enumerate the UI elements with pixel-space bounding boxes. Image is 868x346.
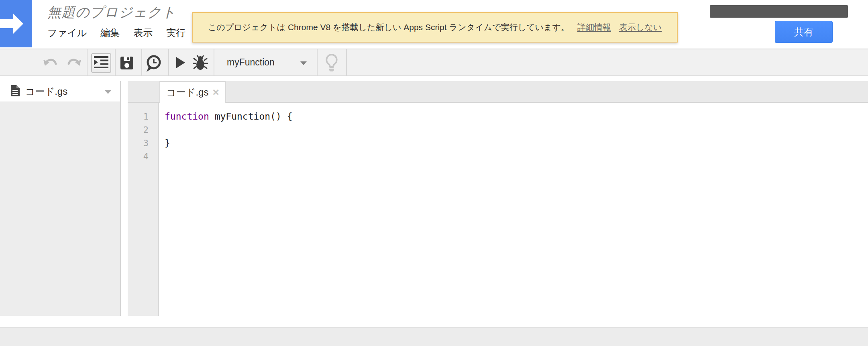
learn-more-link[interactable]: 詳細情報 xyxy=(577,22,611,33)
toolbar-separator xyxy=(214,49,214,75)
line-number-gutter: 1 2 3 4 xyxy=(128,103,159,316)
menu-edit[interactable]: 編集 xyxy=(100,26,120,39)
tab-bar: コード.gs × xyxy=(128,81,868,103)
history-clock-icon[interactable] xyxy=(145,55,162,74)
undo-icon[interactable] xyxy=(43,57,58,69)
menu-file[interactable]: ファイル xyxy=(47,26,87,39)
code-line-2 xyxy=(165,123,868,136)
debug-icon[interactable] xyxy=(193,55,208,72)
line-number: 2 xyxy=(128,123,149,136)
file-menu-caret-icon[interactable] xyxy=(105,90,111,94)
file-name: コード.gs xyxy=(25,85,67,98)
apps-script-editor: 無題のプロジェクト ファイル 編集 表示 実行 共有 このプロジェクトは Chr… xyxy=(0,0,868,346)
line-number: 4 xyxy=(128,150,149,163)
function-selector[interactable]: myFunction xyxy=(227,49,275,75)
share-button[interactable]: 共有 xyxy=(775,21,833,43)
redo-icon[interactable] xyxy=(66,57,82,69)
v8-runtime-banner: このプロジェクトは Chrome V8 を搭載した新しい Apps Script… xyxy=(192,12,678,43)
lightbulb-icon[interactable] xyxy=(324,53,339,75)
code-editor[interactable]: function myFunction() { } xyxy=(159,103,868,316)
apps-script-logo[interactable] xyxy=(0,0,32,47)
banner-message: このプロジェクトは Chrome V8 を搭載した新しい Apps Script… xyxy=(208,22,569,33)
run-icon[interactable] xyxy=(175,57,186,70)
toolbar-separator xyxy=(87,49,88,75)
menu-run[interactable]: 実行 xyxy=(166,26,185,39)
line-number: 1 xyxy=(128,110,149,123)
toolbar-separator xyxy=(168,49,169,75)
code-line-1: function myFunction() { xyxy=(165,110,868,123)
dropdown-caret-icon[interactable] xyxy=(300,61,307,65)
indent-button[interactable] xyxy=(91,53,111,73)
script-file-icon xyxy=(10,85,20,98)
code-line-4 xyxy=(165,150,868,163)
code-line-3: } xyxy=(165,136,868,150)
save-icon[interactable] xyxy=(120,56,134,71)
menubar: ファイル 編集 表示 実行 xyxy=(47,26,185,39)
toolbar: myFunction xyxy=(0,49,868,76)
menu-view[interactable]: 表示 xyxy=(133,26,153,39)
toolbar-separator xyxy=(141,49,142,75)
toolbar-separator xyxy=(115,49,116,75)
file-sidebar: コード.gs xyxy=(0,81,121,316)
toolbar-separator xyxy=(317,49,318,75)
tab-label: コード.gs xyxy=(166,86,208,99)
line-number: 3 xyxy=(128,136,149,150)
account-area-redacted xyxy=(710,5,848,18)
file-item-code-gs[interactable]: コード.gs xyxy=(0,81,120,102)
toolbar-separator xyxy=(346,49,347,75)
code-area: 1 2 3 4 function myFunction() { } xyxy=(128,103,868,316)
editor-panel: コード.gs × 1 2 3 4 function myFunction() {… xyxy=(128,81,868,316)
bottom-status-bar xyxy=(0,327,868,346)
tab-code-gs[interactable]: コード.gs × xyxy=(159,81,226,103)
dismiss-link[interactable]: 表示しない xyxy=(619,22,662,33)
project-title[interactable]: 無題のプロジェクト xyxy=(47,3,176,22)
indent-icon xyxy=(94,56,108,70)
tab-close-icon[interactable]: × xyxy=(212,87,219,98)
